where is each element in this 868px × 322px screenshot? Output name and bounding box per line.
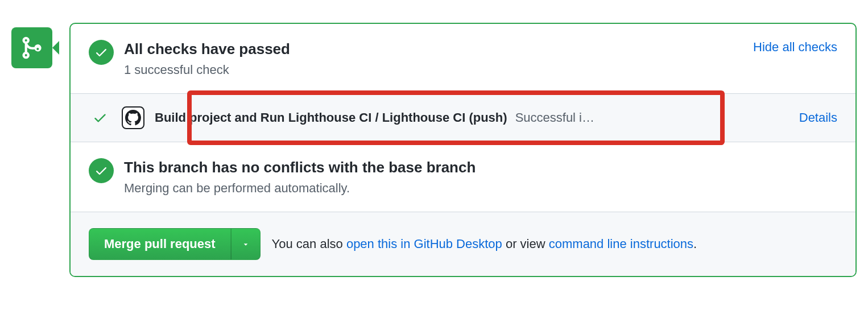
conflicts-section: This branch has no conflicts with the ba…: [71, 142, 855, 212]
check-status-text: Successful i…: [515, 110, 594, 125]
status-panel: All checks have passed 1 successful chec…: [69, 23, 857, 277]
check-name: Build project and Run Lighthouse CI / Li…: [155, 110, 507, 125]
toggle-checks-link[interactable]: Hide all checks: [753, 40, 837, 55]
check-status-icon: [89, 110, 111, 125]
checks-subtitle: 1 successful check: [124, 63, 290, 77]
open-github-desktop-link[interactable]: open this in GitHub Desktop: [346, 237, 502, 251]
merge-pull-request-button[interactable]: Merge pull request: [89, 228, 231, 260]
github-logo-icon: [122, 106, 144, 129]
checks-summary-section: All checks have passed 1 successful chec…: [71, 24, 855, 93]
checks-title: All checks have passed: [124, 40, 290, 59]
check-icon: [93, 110, 108, 125]
git-merge-icon: [19, 35, 44, 60]
check-icon: [94, 46, 108, 59]
success-badge: [89, 158, 114, 183]
merge-options-dropdown[interactable]: [231, 228, 261, 260]
merge-section: Merge pull request You can also open thi…: [71, 212, 855, 276]
check-icon: [94, 164, 108, 177]
check-item-row: Build project and Run Lighthouse CI / Li…: [71, 93, 855, 142]
merge-text-suffix: .: [693, 237, 697, 251]
merge-help-text: You can also open this in GitHub Desktop…: [272, 237, 697, 251]
success-badge: [89, 40, 114, 65]
command-line-instructions-link[interactable]: command line instructions: [549, 237, 693, 251]
conflicts-title: This branch has no conflicts with the ba…: [124, 158, 476, 177]
timeline-badge: [11, 27, 52, 68]
merge-text-prefix: You can also: [272, 237, 346, 251]
merge-button-group: Merge pull request: [89, 228, 261, 260]
caret-down-icon: [242, 240, 250, 248]
pr-merge-box: All checks have passed 1 successful chec…: [11, 23, 857, 277]
check-details-link[interactable]: Details: [799, 110, 837, 125]
merge-text-middle: or view: [502, 237, 549, 251]
conflicts-subtitle: Merging can be performed automatically.: [124, 181, 476, 196]
